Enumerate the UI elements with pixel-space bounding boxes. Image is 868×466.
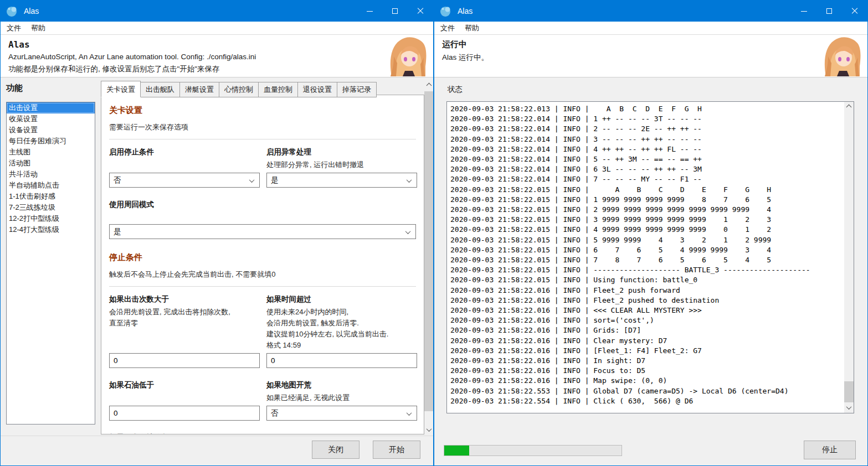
start-button[interactable]: 开始	[373, 441, 420, 459]
tab-潜艇设置[interactable]: 潜艇设置	[179, 82, 219, 97]
avatar-image	[823, 37, 861, 76]
sidebar-item[interactable]: 收菜设置	[7, 113, 95, 125]
menu-help[interactable]: 帮助	[26, 22, 50, 34]
close-button[interactable]	[408, 1, 433, 22]
sidebar-item[interactable]: 主线图	[7, 147, 95, 158]
log-line: 2020-09-03 21:58:22.015 | INFO | 5 9999 …	[450, 235, 843, 245]
field-label: 如果时间超过	[266, 294, 417, 304]
log-line: 2020-09-03 21:58:22.553 | INFO | Global …	[450, 386, 843, 396]
settings-panel: 关卡设置 需要运行一次来保存选项 启用停止条件 否 启用异常处理 处理部分异常,…	[101, 95, 424, 434]
sidebar-item[interactable]: 每日任务困难演习	[7, 136, 95, 147]
menu-help[interactable]: 帮助	[460, 22, 484, 34]
field-desc: 会沿用先前设置, 完成出击将扣除次数, 直至清零	[109, 307, 260, 329]
maximize-button[interactable]	[816, 1, 842, 22]
log-line: 2020-09-03 21:58:22.015 | INFO | A B C D…	[450, 185, 843, 195]
status-label: 状态	[448, 85, 463, 95]
close-icon	[851, 8, 858, 14]
app-header: Alas AzurLaneAutoScript, An Azur Lane au…	[1, 35, 433, 77]
chevron-down-icon	[249, 177, 255, 183]
log-scrollbar[interactable]	[844, 102, 854, 413]
minimize-button[interactable]	[791, 1, 816, 22]
tab-bar: 关卡设置出击舰队潜艇设置心情控制血量控制退役设置掉落记录	[101, 81, 376, 97]
sidebar-item[interactable]: 12-4打大型练级	[7, 224, 95, 235]
sidebar-heading: 功能	[6, 83, 23, 94]
titlebar[interactable]: Alas	[1, 1, 433, 22]
menu-file[interactable]: 文件	[435, 22, 460, 34]
log-body: 状态 2020-09-03 21:58:22.013 | INFO | A B …	[434, 77, 867, 465]
scroll-down-icon[interactable]	[844, 403, 854, 412]
menubar: 文件 帮助	[434, 22, 867, 35]
log-line: 2020-09-03 21:58:22.015 | INFO | Using f…	[450, 275, 843, 285]
if-time-input[interactable]	[266, 353, 417, 368]
field-label: 启用停止条件	[109, 147, 260, 157]
field-desc: 使用未来24小时内的时间, 会沿用先前设置, 触发后清零. 建议提前10分钟左右…	[266, 307, 417, 351]
log-line: 2020-09-03 21:58:22.015 | INFO | -------…	[450, 265, 843, 275]
log-line: 2020-09-03 21:58:22.015 | INFO | 6 7 6 5…	[450, 245, 843, 255]
log-line: 2020-09-03 21:58:22.016 | INFO | Fleet_2…	[450, 296, 843, 306]
minimize-icon	[801, 11, 807, 12]
log-box: 2020-09-03 21:58:22.013 | INFO | A B C D…	[446, 101, 854, 413]
chevron-down-icon	[405, 229, 411, 234]
field-desc: 处理部分异常, 运行出错时撤退	[266, 159, 417, 170]
menu-file[interactable]: 文件	[2, 22, 26, 34]
stop-button[interactable]: 停止	[804, 441, 856, 459]
footer: 关闭 开始	[1, 436, 433, 465]
tab-退役设置[interactable]: 退役设置	[297, 82, 337, 97]
log-line: 2020-09-03 21:58:22.554 | INFO | Click (…	[450, 396, 843, 406]
log-line: 2020-09-03 21:58:22.015 | INFO | 7 8 7 6…	[450, 255, 843, 265]
scroll-up-icon[interactable]	[844, 102, 854, 112]
tab-关卡设置[interactable]: 关卡设置	[101, 81, 141, 97]
sidebar-item[interactable]: 7-2三战拣垃圾	[7, 202, 95, 213]
sidebar-item[interactable]: 活动图	[7, 158, 95, 169]
titlebar[interactable]: Alas	[434, 1, 867, 22]
sidebar-item[interactable]: 12-2打中型练级	[7, 213, 95, 224]
log-line: 2020-09-03 21:58:22.016 | INFO | <<< CLE…	[450, 306, 843, 315]
if-oil-input[interactable]	[109, 406, 260, 421]
close-window-button[interactable]: 关闭	[312, 441, 359, 459]
scrollbar-thumb[interactable]	[424, 91, 433, 411]
log-line: 2020-09-03 21:58:22.016 | INFO | Grids: …	[450, 325, 843, 335]
minimize-button[interactable]	[357, 1, 382, 22]
panel-scrollbar[interactable]	[424, 81, 433, 434]
run-status-title: 运行中	[442, 39, 467, 50]
loop-mode-select[interactable]: 是	[109, 224, 416, 239]
enable-exception-select[interactable]: 是	[266, 173, 417, 188]
tab-掉落记录[interactable]: 掉落记录	[337, 82, 377, 97]
app-title: Alas	[8, 39, 30, 50]
progress-bar	[444, 445, 622, 456]
app-subtitle: AzurLaneAutoScript, An Azur Lane automat…	[8, 53, 256, 61]
field-if-count: 如果出击次数大于 会沿用先前设置, 完成出击将扣除次数, 直至清零	[109, 294, 260, 368]
minimize-icon	[367, 11, 373, 12]
tab-心情控制[interactable]: 心情控制	[219, 82, 259, 97]
sidebar-item[interactable]: 设备设置	[7, 125, 95, 136]
sidebar-item[interactable]: 共斗活动	[7, 169, 95, 180]
sidebar-item[interactable]: 1-1伏击刷好感	[7, 191, 95, 202]
close-button[interactable]	[842, 1, 867, 22]
scroll-up-icon[interactable]	[424, 81, 433, 90]
sidebar-item[interactable]: 半自动辅助点击	[7, 180, 95, 191]
log-line: 2020-09-03 21:58:22.014 | INFO | 7 -- --…	[450, 174, 843, 184]
field-label: 如果触发心情控制	[109, 433, 416, 434]
maximize-button[interactable]	[382, 1, 408, 22]
field-enable-stop: 启用停止条件 否	[109, 147, 260, 188]
field-enable-exception: 启用异常处理 处理部分异常, 运行出错时撤退 是	[266, 147, 417, 188]
if-count-input[interactable]	[109, 353, 260, 368]
select-value: 是	[271, 175, 279, 185]
sidebar-item[interactable]: 出击设置	[7, 102, 95, 113]
field-label: 如果出击次数大于	[109, 294, 260, 304]
tab-血量控制[interactable]: 血量控制	[258, 82, 298, 97]
log-line: 2020-09-03 21:58:22.014 | INFO | 1 ++ --…	[450, 114, 843, 124]
enable-stop-select[interactable]: 否	[109, 173, 260, 188]
run-status-text: Alas 运行中。	[442, 53, 489, 63]
section-title-stop: 停止条件	[109, 252, 416, 263]
chevron-down-icon	[407, 410, 412, 416]
if-map-select[interactable]: 否	[266, 406, 417, 421]
field-if-emotion: 如果触发心情控制 若是, 等待回复, 完成本次, 停止	[109, 433, 416, 434]
window-title: Alas	[458, 7, 472, 15]
scroll-down-icon[interactable]	[424, 425, 433, 434]
tab-出击舰队[interactable]: 出击舰队	[140, 82, 180, 97]
select-value: 否	[114, 175, 121, 185]
scrollbar-thumb[interactable]	[844, 381, 854, 402]
field-label: 启用异常处理	[266, 147, 417, 157]
avatar-image	[388, 37, 427, 76]
